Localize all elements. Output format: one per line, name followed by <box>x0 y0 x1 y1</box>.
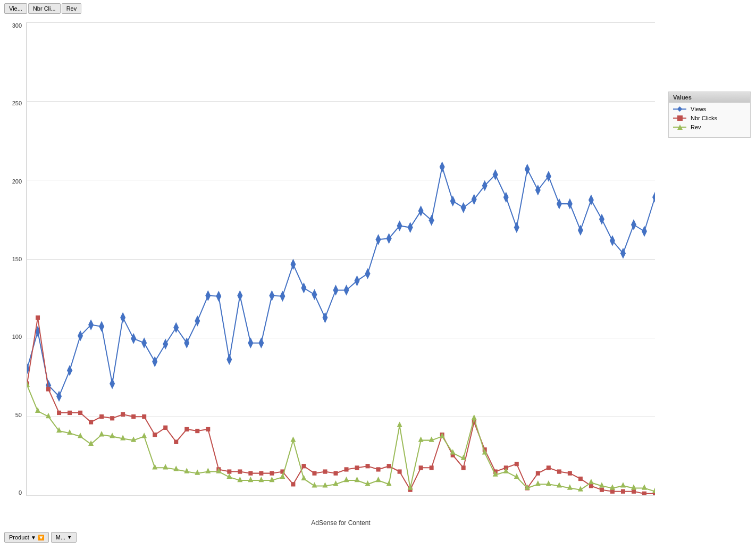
chart-area: 300 250 200 150 100 50 0 <box>5 22 660 528</box>
svg-marker-8 <box>110 378 115 389</box>
svg-marker-34 <box>387 233 392 244</box>
svg-marker-121 <box>35 407 40 413</box>
product-button[interactable]: Product ▼ 🔽 <box>4 532 49 543</box>
x-labels-container: 2006-012006-032006-052006-072006-092006-… <box>27 496 655 513</box>
month-arrow: ▼ <box>67 535 72 540</box>
svg-rect-112 <box>578 477 583 481</box>
svg-rect-113 <box>589 484 593 488</box>
svg-rect-93 <box>376 467 381 471</box>
svg-marker-43 <box>482 180 488 192</box>
svg-marker-171 <box>567 484 573 489</box>
chart-svg <box>27 22 655 495</box>
svg-rect-69 <box>121 412 125 417</box>
svg-marker-31 <box>355 276 360 287</box>
svg-rect-87 <box>312 471 316 476</box>
product-label: Product <box>9 534 29 540</box>
legend-item-rev: Rev <box>673 124 746 130</box>
svg-marker-6 <box>88 319 94 330</box>
svg-rect-72 <box>153 432 157 437</box>
svg-marker-178 <box>642 484 647 489</box>
svg-marker-131 <box>141 432 147 438</box>
svg-rect-101 <box>461 465 466 470</box>
nbr-clicks-button[interactable]: Nbr Cli... <box>28 3 61 14</box>
svg-rect-117 <box>632 489 636 494</box>
svg-rect-89 <box>333 471 338 476</box>
svg-marker-30 <box>344 285 349 296</box>
svg-rect-83 <box>270 471 274 476</box>
svg-marker-146 <box>301 475 306 480</box>
y-label-150: 150 <box>12 256 22 262</box>
views-button[interactable]: Vie... <box>4 3 27 14</box>
svg-rect-106 <box>515 462 519 466</box>
y-axis-labels: 300 250 200 150 100 50 0 <box>5 22 24 496</box>
y-label-300: 300 <box>12 22 22 29</box>
svg-rect-70 <box>131 414 136 419</box>
svg-rect-108 <box>536 471 540 476</box>
svg-rect-63 <box>57 411 61 415</box>
svg-marker-129 <box>120 435 125 440</box>
rev-markers <box>27 381 655 493</box>
chart-container: 300 250 200 150 100 50 0 <box>0 17 756 528</box>
svg-marker-127 <box>99 431 104 436</box>
svg-marker-7 <box>99 321 104 332</box>
svg-marker-162 <box>472 414 477 420</box>
svg-rect-66 <box>89 420 93 424</box>
svg-rect-109 <box>547 465 551 470</box>
svg-rect-82 <box>259 471 263 476</box>
top-toolbar: Vie... Nbr Cli... Rev <box>0 0 756 17</box>
svg-rect-75 <box>184 427 189 431</box>
svg-rect-61 <box>36 315 40 320</box>
svg-marker-135 <box>184 468 189 473</box>
svg-rect-77 <box>206 427 210 431</box>
svg-marker-19 <box>226 354 232 365</box>
y-label-100: 100 <box>12 334 22 340</box>
svg-marker-176 <box>620 482 626 487</box>
views-markers <box>27 162 655 402</box>
svg-rect-97 <box>419 465 423 470</box>
svg-rect-86 <box>301 464 306 468</box>
y-label-50: 50 <box>15 412 22 418</box>
svg-marker-39 <box>440 162 445 173</box>
svg-marker-24 <box>280 290 285 302</box>
svg-marker-141 <box>248 477 253 482</box>
x-labels-inner: 2006-012006-032006-052006-072006-092006-… <box>27 496 655 513</box>
svg-marker-170 <box>557 482 562 487</box>
svg-rect-62 <box>46 387 51 391</box>
svg-marker-33 <box>376 234 381 245</box>
month-button[interactable]: M... ▼ <box>51 532 77 543</box>
month-label: M... <box>56 534 65 540</box>
svg-marker-173 <box>589 479 594 484</box>
filter-icon: ▼ <box>31 535 36 540</box>
svg-rect-91 <box>355 465 359 470</box>
svg-marker-142 <box>258 477 264 482</box>
svg-rect-73 <box>163 426 167 430</box>
svg-marker-169 <box>546 480 551 486</box>
svg-rect-85 <box>291 482 295 486</box>
svg-rect-88 <box>323 469 327 473</box>
svg-marker-23 <box>269 290 274 301</box>
svg-marker-133 <box>163 464 168 469</box>
svg-marker-153 <box>376 477 381 482</box>
svg-marker-148 <box>322 482 327 487</box>
svg-rect-79 <box>227 469 231 473</box>
svg-rect-65 <box>78 411 82 415</box>
svg-rect-67 <box>99 414 104 419</box>
x-axis-title: AdSense for Content <box>27 519 655 527</box>
rev-button[interactable]: Rev <box>62 3 82 14</box>
svg-rect-76 <box>195 429 199 433</box>
legend-title: Values <box>669 92 750 103</box>
svg-marker-32 <box>365 268 371 279</box>
svg-marker-157 <box>418 436 424 442</box>
y-label-200: 200 <box>12 178 22 185</box>
svg-marker-21 <box>248 337 253 348</box>
y-label-0: 0 <box>19 489 22 496</box>
svg-marker-168 <box>535 480 541 486</box>
bottom-toolbar: Product ▼ 🔽 M... ▼ <box>0 528 756 547</box>
svg-marker-136 <box>195 469 200 475</box>
svg-rect-71 <box>142 414 146 419</box>
svg-rect-115 <box>610 489 615 494</box>
svg-marker-58 <box>642 226 647 237</box>
chart-inner <box>27 22 655 496</box>
svg-marker-175 <box>610 484 615 489</box>
svg-marker-42 <box>472 194 477 205</box>
